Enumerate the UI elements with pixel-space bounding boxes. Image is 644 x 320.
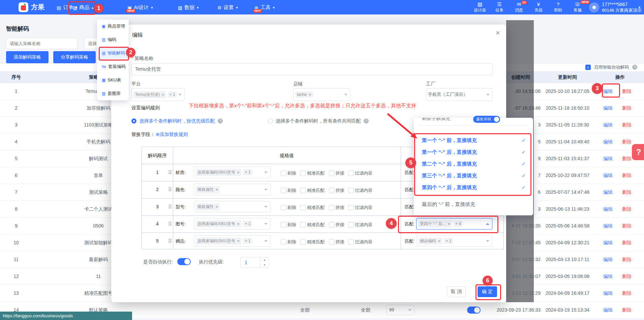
- edit-link[interactable]: 编辑: [603, 251, 613, 268]
- tag-close-icon[interactable]: ✕: [448, 222, 450, 226]
- question-icon[interactable]: ?: [218, 118, 223, 123]
- nav-tool-support[interactable]: ☏ 客服 NEW: [569, 1, 586, 13]
- nav-menu-settings[interactable]: ⚙设置▼: [217, 0, 238, 14]
- drag-handle-icon[interactable]: ⠿: [168, 215, 172, 233]
- filter-checkbox[interactable]: 过滤内容: [348, 239, 372, 245]
- delete-link[interactable]: 删除: [622, 184, 632, 200]
- remove-checkbox[interactable]: 剔除: [281, 170, 296, 176]
- concat-checkbox[interactable]: 拼接: [329, 204, 344, 211]
- edit-link[interactable]: 编辑: [603, 285, 613, 301]
- edit-link[interactable]: 编辑: [603, 184, 613, 200]
- delete-link[interactable]: 删除: [622, 302, 632, 318]
- edit-link[interactable]: 编辑: [603, 100, 613, 116]
- drag-handle-icon[interactable]: ⠿: [168, 233, 172, 250]
- tag-close-icon[interactable]: ✕: [237, 239, 240, 243]
- option-first-before[interactable]: 第一个 “-” 前，直接填充✓: [414, 134, 533, 146]
- factory-select[interactable]: 手机壳（工厂演示）: [426, 88, 493, 101]
- submenu-item-goods-manage[interactable]: ▣商品管理: [97, 20, 129, 33]
- radio-all-option[interactable]: 选择多个条件解码时，所有条件共同匹配 ?: [268, 118, 369, 124]
- match-select-open[interactable]: 第四个 “-” 后...✕ + 4: [416, 218, 492, 229]
- delete-link[interactable]: 删除: [622, 83, 632, 99]
- spec-select[interactable]: 原商家编码/SKU货号✕ + 1: [194, 167, 271, 178]
- remove-checkbox[interactable]: 剔除: [281, 204, 296, 211]
- spec-select[interactable]: 规格属性✕: [194, 201, 271, 212]
- delete-link[interactable]: 删除: [622, 235, 632, 251]
- remove-checkbox[interactable]: 剔除: [281, 187, 296, 193]
- delete-link[interactable]: 删除: [622, 100, 632, 116]
- concat-checkbox[interactable]: 拼接: [329, 239, 344, 245]
- tag-close-icon[interactable]: ✕: [308, 93, 311, 97]
- tag-close-icon[interactable]: ✕: [237, 222, 240, 226]
- concat-checkbox[interactable]: 拼接: [329, 221, 344, 228]
- chevron-down-icon[interactable]: ▼: [638, 6, 641, 9]
- option-third-after[interactable]: 第三个 “-” 后，直接填充✓: [414, 170, 533, 181]
- delete-link[interactable]: 删除: [622, 134, 632, 150]
- tag-close-icon[interactable]: ✕: [237, 171, 240, 174]
- nav-menu-goods[interactable]: ▥商品▲: [73, 0, 94, 14]
- drag-handle-icon[interactable]: ⠿: [168, 198, 172, 215]
- tag-close-icon[interactable]: ✕: [438, 239, 440, 243]
- remove-checkbox[interactable]: 剔除: [281, 239, 296, 245]
- checked-checkbox-icon[interactable]: ✓: [585, 65, 591, 70]
- concat-checkbox[interactable]: 拼接: [329, 187, 344, 193]
- edit-link[interactable]: 编辑: [603, 117, 613, 133]
- spec-select[interactable]: 原商家编码/SKU货号✕ + 1: [194, 218, 271, 229]
- exact-match-checkbox[interactable]: 精准匹配: [300, 204, 325, 211]
- nav-menu-tools[interactable]: ⊕工具▼ HOT: [254, 0, 275, 14]
- edit-link[interactable]: 编辑: [603, 201, 613, 217]
- nav-tool-messages[interactable]: ✉ 消息 14: [510, 1, 528, 13]
- filter-checkbox[interactable]: 过滤内容: [348, 204, 372, 211]
- filter-checkbox[interactable]: 过滤内容: [348, 221, 372, 228]
- exact-match-checkbox[interactable]: 精准匹配: [300, 221, 325, 228]
- edit-link[interactable]: 编辑: [603, 150, 613, 167]
- cancel-button[interactable]: 取 消: [447, 286, 466, 297]
- match-select[interactable]: 赠品编码✕ + 1: [416, 235, 492, 247]
- confirm-button[interactable]: 确 定: [478, 286, 497, 297]
- auto-exec-toggle[interactable]: [177, 258, 191, 265]
- submenu-item-gallery[interactable]: ▧新图库: [97, 87, 129, 100]
- edit-link[interactable]: 编辑: [603, 302, 613, 318]
- add-replace-rule-link[interactable]: ⊕添加替换规则: [156, 132, 188, 138]
- delete-link[interactable]: 删除: [622, 268, 632, 284]
- radio-unselected-icon[interactable]: [268, 118, 273, 123]
- edit-link[interactable]: 编辑: [603, 235, 613, 251]
- remove-checkbox[interactable]: 剔除: [281, 221, 296, 228]
- longest-char-badge[interactable]: 最长字符: [473, 116, 500, 123]
- concat-checkbox[interactable]: 拼接: [329, 170, 344, 176]
- option-last-before[interactable]: 最后的 “-” 前，直接填充: [414, 198, 533, 211]
- nav-tool-recharge[interactable]: ¥ 充值: [530, 1, 547, 13]
- question-icon[interactable]: ?: [632, 65, 637, 70]
- submenu-item-smart-decode[interactable]: ▤智能解码: [97, 46, 129, 60]
- delete-link[interactable]: 删除: [622, 117, 632, 133]
- close-icon[interactable]: ✕: [495, 30, 500, 37]
- exact-match-checkbox[interactable]: 精准匹配: [300, 239, 325, 245]
- submenu-item-suit-coding[interactable]: №套装编码: [97, 60, 129, 73]
- filter-checkbox[interactable]: 过滤内容: [348, 170, 372, 176]
- delete-link[interactable]: 删除: [622, 167, 632, 183]
- nav-tool-designer[interactable]: ▧ 设计器: [471, 1, 489, 13]
- edit-link[interactable]: 编辑: [603, 83, 613, 99]
- stepper-arrows-icon[interactable]: ▲▼: [260, 257, 269, 268]
- exact-match-checkbox[interactable]: 精准匹配: [300, 170, 325, 176]
- platform-select[interactable]: Temu(全托管)✕ + 1: [131, 88, 185, 101]
- tag-close-icon[interactable]: ✕: [161, 93, 164, 97]
- tag-close-icon[interactable]: ✕: [215, 188, 218, 191]
- edit-link[interactable]: 编辑: [603, 268, 613, 284]
- radio-selected-icon[interactable]: [131, 118, 136, 123]
- question-icon[interactable]: ?: [364, 118, 369, 123]
- priority-stepper[interactable]: 1 ▲▼: [240, 257, 269, 268]
- row14-enabled-toggle[interactable]: [467, 307, 481, 314]
- strategy-search-input[interactable]: [6, 38, 78, 49]
- nav-tool-tasks[interactable]: ☰ 任务: [491, 1, 508, 13]
- submenu-item-coding[interactable]: ▥编码: [97, 33, 129, 46]
- delete-link[interactable]: 删除: [622, 218, 632, 234]
- submenu-item-sku-table[interactable]: ▦SKU表: [97, 73, 129, 87]
- drag-handle-icon[interactable]: ⠿: [168, 164, 172, 181]
- option-second-after[interactable]: 第二个 “-” 后，直接填充✓: [414, 158, 533, 170]
- delete-link[interactable]: 删除: [622, 285, 632, 301]
- auto-decode-checkbox-row[interactable]: ✓ 启用智能自动解码 ?: [585, 64, 637, 70]
- edit-link[interactable]: 编辑: [603, 167, 613, 183]
- option-first-after[interactable]: 第一个 “-” 后，直接填充✓: [414, 146, 533, 158]
- edit-link[interactable]: 编辑: [603, 218, 613, 234]
- edit-link[interactable]: 编辑: [603, 134, 613, 150]
